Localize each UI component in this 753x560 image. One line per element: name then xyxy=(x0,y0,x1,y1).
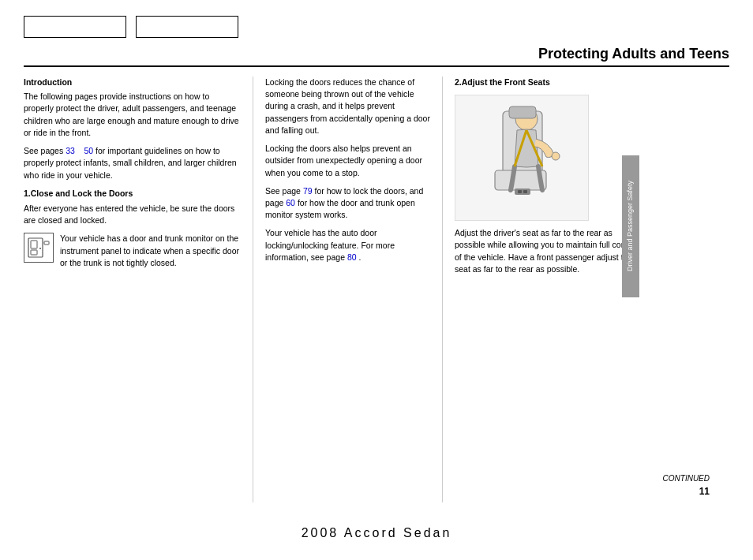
section1-heading: 1.Close and Lock the Doors xyxy=(24,188,241,200)
side-tab-text: Driver and Passenger Safety xyxy=(626,181,635,271)
top-nav xyxy=(24,16,729,38)
page-number: 11 xyxy=(663,486,710,497)
intro-para2: See pages 33 50 for important guidelines… xyxy=(24,145,241,181)
middle-link2[interactable]: 60 xyxy=(286,198,295,207)
door-monitor-icon xyxy=(24,233,54,263)
icon-box: Your vehicle has a door and trunk monito… xyxy=(24,233,241,275)
svg-point-3 xyxy=(39,248,41,249)
intro-para1: The following pages provide instructions… xyxy=(24,91,241,139)
svg-rect-4 xyxy=(44,241,49,245)
right-column: 2.Adjust the Front Seats xyxy=(442,77,639,502)
intro-link2[interactable]: 50 xyxy=(84,146,94,155)
page-container: Protecting Adults and Teens Introduction… xyxy=(0,0,753,560)
svg-rect-9 xyxy=(509,106,536,118)
nav-button-2[interactable] xyxy=(136,16,238,38)
icon-note-text: Your vehicle has a door and trunk monito… xyxy=(60,233,241,269)
intro-link1[interactable]: 33 xyxy=(66,146,75,155)
nav-button-1[interactable] xyxy=(24,16,126,38)
middle-para2: Locking the doors also helps prevent an … xyxy=(265,143,430,179)
svg-point-8 xyxy=(552,152,560,160)
svg-rect-12 xyxy=(523,190,527,193)
middle-column: Locking the doors reduces the chance of … xyxy=(253,77,442,502)
middle-para4: Your vehicle has the auto door locking/u… xyxy=(265,227,430,263)
continued-label: CONTINUED xyxy=(663,474,710,483)
svg-rect-11 xyxy=(518,190,522,193)
middle-link1[interactable]: 79 xyxy=(303,186,313,196)
side-tab: Driver and Passenger Safety xyxy=(622,155,639,297)
main-content: Introduction The following pages provide… xyxy=(24,77,729,502)
middle-para1: Locking the doors reduces the chance of … xyxy=(265,77,430,136)
svg-rect-2 xyxy=(31,250,37,255)
left-column: Introduction The following pages provide… xyxy=(24,77,253,502)
section1-para1: After everyone has entered the vehicle, … xyxy=(24,203,241,226)
right-description: Adjust the driver's seat as far to the r… xyxy=(455,227,639,275)
footer-vehicle: 2008 Accord Sedan xyxy=(302,526,452,540)
seat-illustration xyxy=(455,95,589,221)
page-title: Protecting Adults and Teens xyxy=(538,46,729,62)
continued-area: CONTINUED 11 xyxy=(663,474,710,497)
intro-heading: Introduction xyxy=(24,77,241,88)
svg-rect-10 xyxy=(515,189,530,195)
middle-para3: See page 79 for how to lock the doors, a… xyxy=(265,185,430,222)
right-section-heading: 2.Adjust the Front Seats xyxy=(455,77,639,88)
title-area: Protecting Adults and Teens xyxy=(24,46,729,67)
middle-link3[interactable]: 80 xyxy=(347,252,357,262)
svg-rect-1 xyxy=(31,241,37,248)
